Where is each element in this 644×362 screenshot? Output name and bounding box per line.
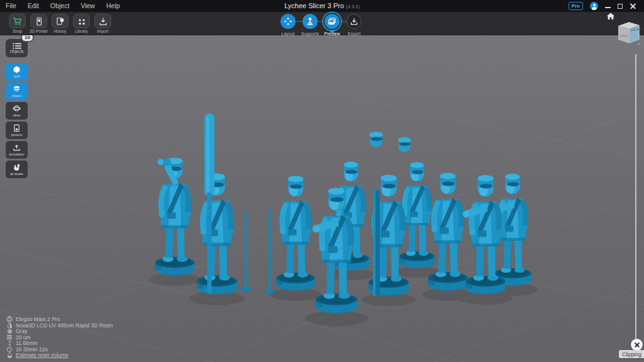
3d-printer-button[interactable]: 3D Printer	[29, 14, 48, 33]
picture-icon	[13, 124, 21, 132]
model-soldier[interactable]	[369, 132, 383, 147]
title-bar: File Edit Object View Help Lychee Slicer…	[0, 0, 644, 12]
workflow-connector	[318, 21, 325, 22]
library-icon	[77, 17, 86, 26]
clipping-close-icon	[634, 342, 640, 348]
maximize-button[interactable]	[618, 4, 623, 9]
layout-icon	[284, 17, 292, 26]
menu-help[interactable]: Help	[101, 0, 126, 12]
model-plank[interactable]	[373, 190, 380, 296]
history-button[interactable]: History	[50, 14, 70, 33]
left-sidebar: Objects 10 split object slice picture si…	[6, 39, 30, 178]
menu-object[interactable]: Object	[45, 0, 75, 12]
orientation-cube[interactable]: LEFT FRONT	[612, 20, 642, 48]
resin-row: Nova3D LCD UV 405nm Rapid 3D Resin	[6, 322, 113, 329]
active-step-caret	[330, 31, 335, 33]
printer-icon	[6, 316, 13, 322]
resin-volume-row: Estimate resin volume	[6, 353, 113, 359]
workflow-preview-button[interactable]: Preview	[325, 14, 340, 36]
sidebar-tool-simulator[interactable]: simulator	[6, 141, 28, 159]
minimize-button[interactable]	[605, 7, 611, 8]
user-account-icon[interactable]	[590, 2, 598, 10]
clipping-slider-track[interactable]	[635, 54, 636, 339]
slice-icon	[13, 105, 21, 113]
sidebar-tool-at-scale[interactable]: at scale	[6, 161, 28, 178]
model-height-row: 11.66mm	[6, 341, 113, 347]
workflow-supports-button[interactable]: Supports	[303, 14, 318, 36]
cube-rotate-arrow-icon[interactable]	[637, 43, 641, 45]
print-time-row: 1h 30min 22s	[6, 346, 113, 353]
export-icon	[350, 17, 358, 26]
menu-file[interactable]: File	[0, 0, 22, 12]
clipping-slider-handle[interactable]	[631, 339, 643, 351]
import-icon	[99, 17, 108, 26]
preview-icon	[328, 17, 336, 26]
workflow-connector	[296, 21, 303, 22]
split-icon	[13, 65, 21, 74]
sidebar-tool-slice[interactable]: slice	[6, 102, 28, 120]
clipping-tooltip: Clipping	[619, 350, 644, 358]
resin-color-row: Gray	[6, 329, 113, 335]
viewport-3d[interactable]	[0, 35, 644, 362]
pro-badge[interactable]: Pro	[569, 2, 583, 10]
resin-icon	[7, 322, 13, 329]
simulator-icon	[13, 144, 21, 152]
objects-list-icon	[13, 43, 21, 49]
import-button[interactable]: Import	[93, 14, 113, 33]
sidebar-tool-picture[interactable]: picture	[6, 122, 28, 139]
layer-height-row: 20 um	[6, 334, 113, 341]
color-swatch-icon	[7, 329, 13, 334]
workflow-export-button[interactable]: Export	[347, 14, 362, 36]
printer-row: Elegoo Mars 2 Pro	[6, 317, 113, 323]
scene-svg[interactable]	[0, 35, 644, 362]
resin-volume-icon	[7, 352, 13, 358]
close-button[interactable]	[630, 3, 636, 9]
workflow-steps: Layout Supports Preview Export	[280, 14, 362, 36]
menu-edit[interactable]: Edit	[22, 0, 45, 12]
objects-panel-button[interactable]: Objects 10	[6, 39, 28, 57]
print-summary: Elegoo Mars 2 Pro Nova3D LCD UV 405nm Ra…	[6, 317, 113, 359]
menu-bar: File Edit Object View Help	[0, 0, 126, 12]
sidebar-tool-object[interactable]: object	[6, 82, 28, 100]
printer-device-icon	[35, 17, 43, 26]
layer-height-icon	[6, 334, 13, 340]
supports-icon	[306, 17, 314, 26]
print-time-icon	[6, 346, 13, 353]
shop-cart-icon	[13, 17, 22, 26]
workflow-layout-button[interactable]: Layout	[280, 14, 296, 36]
app-version: (3.3.2)	[346, 4, 360, 9]
estimate-resin-volume-link[interactable]: Estimate resin volume	[16, 352, 69, 358]
at-scale-icon	[13, 163, 21, 171]
sidebar-tool-split[interactable]: split	[6, 63, 28, 81]
main-toolbar: Shop 3D Printer History Library Import L…	[0, 12, 644, 35]
menu-view[interactable]: View	[75, 0, 101, 12]
model-height-icon	[7, 340, 13, 346]
object-icon	[13, 85, 21, 93]
library-button[interactable]: Library	[72, 14, 91, 33]
model-soldier[interactable]	[398, 137, 411, 152]
workflow-connector	[340, 21, 347, 22]
cube-front-label: FRONT	[631, 27, 643, 32]
shop-button[interactable]: Shop	[8, 14, 27, 33]
history-icon	[56, 17, 65, 26]
